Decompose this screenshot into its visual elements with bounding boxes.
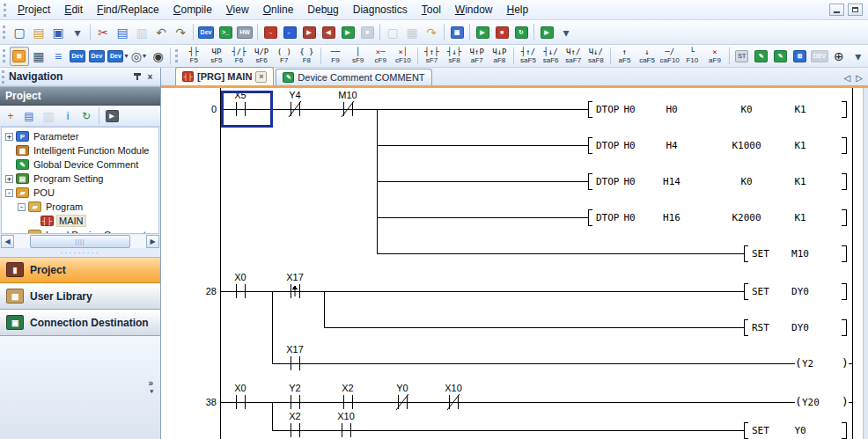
ladder-symbol-falling-pulse-branch[interactable]: Ч↓РaF8	[489, 46, 511, 66]
contact-m10-nc[interactable]: M10	[338, 90, 357, 117]
ladder-symbol-delete-line[interactable]: ×aF9	[703, 46, 726, 66]
menu-item-debug[interactable]: Debug	[300, 1, 345, 19]
scroll-left-button[interactable]: ◀	[1, 235, 14, 248]
menu-item-help[interactable]: Help	[499, 1, 535, 19]
program-execution-icon[interactable]: ▶	[103, 107, 121, 125]
toolbar-grip[interactable]	[3, 49, 6, 62]
device-search-dropdown-icon[interactable]: ◎▾	[129, 47, 148, 66]
pin-button[interactable]	[130, 70, 143, 83]
collapse-icon[interactable]: -	[18, 203, 26, 211]
ladder-symbol-application-instruction[interactable]: { }F8	[296, 46, 319, 66]
contact-x10-no[interactable]: X10	[337, 411, 355, 437]
tree-item-program[interactable]: -▰Program	[2, 200, 158, 214]
ladder-symbol-falling-pulse-close-branch[interactable]: Ч↓/saF8	[585, 46, 607, 66]
new-project-icon[interactable]: ▢	[10, 23, 29, 42]
contact-y2-no[interactable]: Y2	[289, 383, 300, 409]
ladder-symbol-rising-pulse-close[interactable]: ┤↑/saF5	[517, 46, 540, 66]
new-data-icon[interactable]: +	[2, 107, 19, 125]
contact-x0-no[interactable]: X0	[234, 383, 246, 409]
simulation-dropdown-icon[interactable]: ▾	[556, 23, 576, 42]
instruction-set-9[interactable]: SETY0	[744, 422, 846, 438]
refresh-view-icon[interactable]: ↻	[77, 107, 95, 125]
menu-item-window[interactable]: Window	[448, 1, 500, 19]
output-window-icon[interactable]: ≡	[48, 47, 68, 66]
instruction-dtop-2[interactable]: DTOPH0H14K0K1	[588, 173, 846, 189]
tab-prg-main[interactable]: ┤├[PRG] MAIN×	[175, 67, 274, 85]
ladder-symbol-open-branch[interactable]: ЧРsF5	[205, 46, 228, 66]
menu-item-find-replace[interactable]: Find/Replace	[90, 1, 166, 19]
more-views-dropdown-icon[interactable]: ▾	[150, 387, 153, 395]
tab-close-button[interactable]: ×	[255, 71, 267, 83]
panel-splitter-handle[interactable]: ·········	[0, 249, 160, 257]
menu-item-project[interactable]: Project	[11, 1, 57, 19]
instruction-set-5[interactable]: SETDY0	[744, 283, 846, 299]
open-project-icon[interactable]: ▤	[29, 23, 48, 42]
instruction-rst-6[interactable]: RSTDY0	[744, 319, 846, 335]
view-button-connection-destination[interactable]: ▣Connection Destination	[0, 310, 160, 336]
monitor-window-icon[interactable]: ▣	[447, 23, 467, 42]
tree-item-main[interactable]: ┤├MAIN	[2, 214, 158, 228]
save-options-dropdown-icon[interactable]: ▾	[68, 23, 87, 42]
inline-structured-text-icon[interactable]: ST	[732, 47, 752, 66]
scroll-right-button[interactable]: ▶	[146, 235, 159, 248]
menubar-grip[interactable]	[4, 4, 7, 17]
ladder-symbol-falling-pulse[interactable]: ┤↓├sF8	[443, 46, 466, 66]
instruction-dtop-3[interactable]: DTOPH0H16K2000K1	[588, 209, 846, 225]
ladder-symbol-rising-pulse-branch[interactable]: Ч↑РaF7	[466, 46, 489, 66]
ladder-symbol-rising-pulse[interactable]: ┤↑├sF7	[421, 46, 444, 66]
instruction-dtop-0[interactable]: DTOPH0H0K0K1	[588, 101, 846, 117]
toolbar-overflow-dropdown-icon[interactable]: ▾	[849, 47, 868, 66]
contact-x10-nc[interactable]: X10	[445, 383, 462, 410]
ladder-symbol-coil[interactable]: ( )F7	[273, 46, 296, 66]
vertical-scrollbar[interactable]	[863, 88, 868, 439]
instruction-set-4[interactable]: SETM10	[744, 245, 846, 261]
ladder-logic-test-step-icon[interactable]: ↻	[511, 23, 531, 42]
intelligent-module-tool-icon[interactable]: HW	[235, 23, 254, 42]
tab-scroll-right-button[interactable]: ▷	[856, 73, 863, 83]
contact-x17-pu[interactable]: X17	[286, 272, 304, 298]
scrollbar-track[interactable]: ||||	[14, 235, 146, 248]
redo-icon[interactable]: ↷	[171, 23, 190, 42]
toolbar-grip[interactable]	[175, 49, 179, 62]
undo-icon[interactable]: ↶	[151, 23, 171, 42]
contact-x17-no[interactable]: X17	[286, 344, 304, 370]
copy-data-icon[interactable]: ▤	[20, 107, 38, 125]
device-list-icon[interactable]: Dev	[87, 47, 107, 66]
copy-icon[interactable]: ▤	[113, 23, 132, 42]
ladder-symbol-delete-vertical-line[interactable]: ×│cF10	[392, 46, 415, 66]
ladder-symbol-rising-pulse-close-branch[interactable]: Ч↑/saF7	[562, 46, 585, 66]
menu-item-view[interactable]: View	[219, 1, 256, 19]
ladder-diagram[interactable]: 0X5Y4M10DTOPH0H0K0K1DTOPH0H4K1000K1DTOPH…	[161, 88, 868, 439]
restore-button[interactable]	[848, 4, 863, 16]
tab-scroll-left-button[interactable]: ◁	[844, 73, 851, 83]
view-button-project[interactable]: ▮Project	[0, 257, 160, 283]
monitor-write-mode-icon[interactable]: ▶	[299, 23, 319, 42]
zoom-icon[interactable]: ⊕	[829, 47, 849, 66]
monitor-read-mode-icon[interactable]: ◀	[319, 23, 338, 42]
device-find-icon[interactable]: Dev	[68, 47, 87, 66]
toolbar-grip[interactable]	[3, 26, 6, 39]
coil-y2[interactable]: (Y2)	[795, 356, 852, 369]
menu-item-online[interactable]: Online	[256, 1, 301, 19]
start-monitoring-icon[interactable]: ▶	[338, 23, 357, 42]
view-button-user-library[interactable]: ▤User Library	[0, 283, 160, 310]
menu-item-compile[interactable]: Compile	[166, 1, 219, 19]
ladder-symbol-invert-operation-result[interactable]: ─/caF10	[658, 46, 681, 66]
ladder-logic-test-stop-icon[interactable]: ■	[492, 23, 511, 42]
ladder-symbol-convert-line[interactable]: └F10	[681, 46, 704, 66]
ladder-symbol-invert-operation-rising[interactable]: ↑aF5	[614, 46, 636, 66]
menu-item-edit[interactable]: Edit	[57, 1, 90, 19]
contact-y4-nc[interactable]: Y4	[289, 90, 301, 117]
ladder-editor-canvas[interactable]: 0X5Y4M10DTOPH0H0K0K1DTOPH0H4K1000K1DTOPH…	[161, 88, 868, 439]
contact-x0-no[interactable]: X0	[234, 272, 246, 298]
contact-y0-nc[interactable]: Y0	[396, 383, 408, 410]
device-comment-edit-icon[interactable]: Dev	[196, 23, 216, 42]
edit-coil-block-icon[interactable]: ✎	[771, 47, 791, 66]
contact-x2-no[interactable]: X2	[342, 383, 353, 409]
expand-icon[interactable]: +	[5, 133, 13, 141]
ladder-symbol-vertical-line[interactable]: │sF9	[347, 46, 370, 66]
tree-item-global-device-comment[interactable]: ✎Global Device Comment	[2, 157, 158, 172]
ladder-symbol-falling-pulse-close[interactable]: ┤↓/saF6	[540, 46, 563, 66]
edit-ladder-block-icon[interactable]: ✎	[752, 47, 771, 66]
tree-item-parameter[interactable]: +PParameter	[2, 129, 158, 143]
